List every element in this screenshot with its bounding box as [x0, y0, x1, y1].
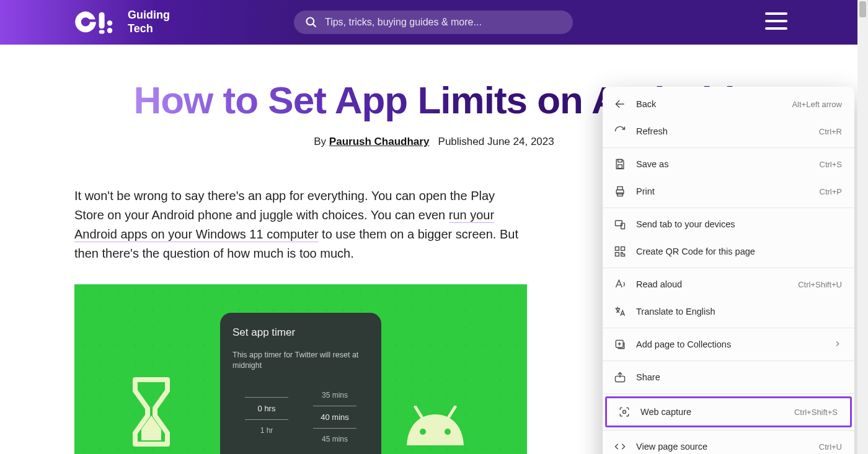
ctx-label: Refresh [636, 126, 819, 136]
author-link[interactable]: Paurush Chaudhary [329, 136, 430, 147]
ctx-shortcut: Ctrl+S [820, 160, 842, 169]
context-menu: BackAlt+Left arrowRefreshCtrl+RSave asCt… [603, 87, 854, 454]
ctx-webcapture[interactable]: Web captureCtrl+Shift+S [605, 396, 852, 427]
svg-rect-2 [107, 20, 112, 25]
featured-image: Set app timer This app timer for Twitter… [74, 284, 527, 454]
print-icon [614, 185, 626, 198]
sendtab-icon [614, 218, 626, 230]
ctx-shortcut: Ctrl+R [819, 127, 842, 136]
search-input[interactable] [325, 17, 562, 28]
ctx-print[interactable]: PrintCtrl+P [603, 178, 854, 205]
search-bar[interactable] [294, 11, 573, 34]
svg-rect-14 [618, 193, 622, 196]
translate-icon [614, 305, 626, 318]
svg-point-4 [306, 18, 314, 25]
ctx-label: Translate to English [636, 307, 842, 316]
ctx-qr[interactable]: Create QR Code for this page [603, 238, 854, 265]
share-icon [614, 371, 626, 383]
svg-line-7 [449, 407, 455, 417]
site-header: Guiding Tech [0, 0, 868, 45]
vertical-scrollbar[interactable] [857, 0, 868, 454]
ctx-label: View page source [636, 442, 819, 452]
refresh-icon [614, 125, 626, 138]
svg-rect-13 [618, 187, 622, 190]
saveas-icon [614, 158, 626, 170]
ctx-label: Create QR Code for this page [636, 247, 842, 256]
ctx-label: Web capture [640, 407, 794, 417]
svg-rect-11 [618, 165, 622, 168]
ctx-shortcut: Ctrl+U [819, 442, 842, 452]
brand-name: Guiding Tech [128, 9, 170, 35]
ctx-label: Share [636, 372, 842, 382]
back-icon [614, 98, 626, 110]
svg-point-8 [420, 429, 426, 435]
svg-rect-19 [616, 253, 619, 256]
ctx-shortcut: Ctrl+Shift+S [794, 408, 838, 417]
collections-icon [614, 338, 626, 351]
ctx-shortcut: Ctrl+P [820, 187, 842, 196]
scrollbar-thumb[interactable] [859, 1, 866, 17]
svg-rect-0 [99, 12, 105, 28]
ctx-collections[interactable]: Add page to Collections [603, 331, 854, 358]
ctx-sendtab[interactable]: Send tab to your devices [603, 211, 854, 238]
svg-point-9 [445, 429, 451, 435]
ctx-shortcut: Ctrl+Shift+U [798, 280, 842, 289]
ctx-label: Back [636, 99, 792, 109]
chevron-right-icon [833, 339, 842, 350]
svg-rect-3 [107, 28, 112, 33]
search-icon [305, 16, 317, 28]
menu-button[interactable] [765, 12, 787, 30]
ctx-saveas[interactable]: Save asCtrl+S [603, 151, 854, 178]
publish-date: Published June 24, 2023 [438, 136, 554, 147]
ctx-label: Send tab to your devices [636, 219, 842, 229]
viewsource-icon [614, 440, 626, 453]
svg-rect-1 [99, 30, 105, 34]
android-icon [403, 406, 467, 445]
ctx-viewsource[interactable]: View page sourceCtrl+U [603, 433, 854, 454]
svg-line-6 [415, 407, 422, 417]
svg-line-5 [312, 24, 316, 27]
ctx-label: Add page to Collections [636, 339, 833, 349]
article-paragraph: It won't be wrong to say there's an app … [74, 186, 527, 263]
hourglass-icon [131, 376, 171, 448]
brand-logo-icon [74, 9, 119, 35]
read-icon [614, 278, 626, 290]
ctx-translate[interactable]: Translate to English [603, 298, 854, 325]
svg-rect-18 [621, 247, 625, 251]
svg-rect-10 [618, 160, 622, 162]
ctx-refresh[interactable]: RefreshCtrl+R [603, 118, 854, 145]
ctx-shortcut: Alt+Left arrow [792, 100, 842, 109]
svg-rect-17 [616, 247, 619, 251]
ctx-share[interactable]: Share [603, 364, 854, 391]
app-timer-card: Set app timer This app timer for Twitter… [220, 313, 381, 454]
ctx-label: Print [636, 186, 820, 196]
ctx-back[interactable]: BackAlt+Left arrow [603, 90, 854, 118]
svg-point-22 [623, 411, 626, 414]
ctx-label: Read aloud [636, 279, 798, 289]
ctx-label: Save as [636, 159, 820, 169]
ctx-read[interactable]: Read aloudCtrl+Shift+U [603, 271, 854, 298]
webcapture-icon [618, 406, 631, 418]
qr-icon [614, 245, 626, 258]
brand[interactable]: Guiding Tech [74, 9, 170, 35]
